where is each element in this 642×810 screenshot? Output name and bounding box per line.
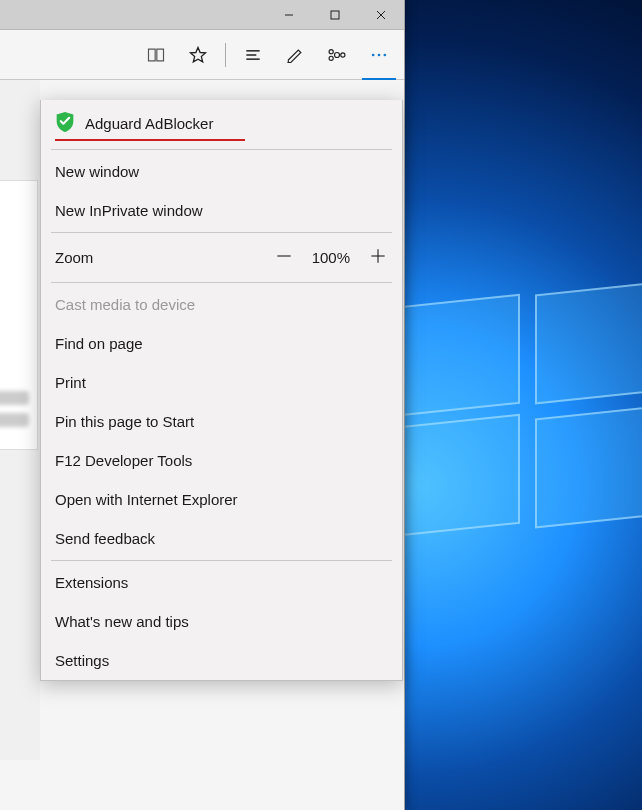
svg-point-13: [384, 53, 387, 56]
menu-pin[interactable]: Pin this page to Start: [41, 402, 402, 441]
menu-label: F12 Developer Tools: [55, 452, 192, 469]
menu-label: New InPrivate window: [55, 202, 203, 219]
menu-label: Open with Internet Explorer: [55, 491, 238, 508]
menu-zoom-row: Zoom 100%: [41, 235, 402, 280]
menu-label: What's new and tips: [55, 613, 189, 630]
svg-point-12: [378, 53, 381, 56]
more-icon[interactable]: [360, 35, 398, 75]
hub-icon[interactable]: [234, 35, 272, 75]
svg-rect-1: [331, 11, 339, 19]
webnote-icon[interactable]: [276, 35, 314, 75]
maximize-button[interactable]: [312, 0, 358, 30]
menu-label: Extensions: [55, 574, 128, 591]
menu-feedback[interactable]: Send feedback: [41, 519, 402, 558]
menu-label: Settings: [55, 652, 109, 669]
menu-label: Cast media to device: [55, 296, 195, 313]
svg-point-9: [329, 56, 333, 60]
titlebar: [0, 0, 404, 30]
svg-point-11: [372, 53, 375, 56]
menu-cast: Cast media to device: [41, 285, 402, 324]
svg-point-10: [341, 52, 345, 56]
toolbar: [0, 30, 404, 80]
menu-extension-item[interactable]: Adguard AdBlocker: [41, 100, 402, 147]
svg-point-8: [329, 49, 333, 53]
reading-view-icon[interactable]: [137, 35, 175, 75]
zoom-out-button[interactable]: [274, 246, 294, 269]
menu-separator: [51, 232, 392, 233]
menu-new-window[interactable]: New window: [41, 152, 402, 191]
menu-label: Print: [55, 374, 86, 391]
menu-separator: [51, 560, 392, 561]
menu-settings[interactable]: Settings: [41, 641, 402, 680]
menu-open-ie[interactable]: Open with Internet Explorer: [41, 480, 402, 519]
menu-separator: [51, 149, 392, 150]
menu-label: Send feedback: [55, 530, 155, 547]
menu-find[interactable]: Find on page: [41, 324, 402, 363]
zoom-label: Zoom: [55, 249, 93, 266]
favorites-icon[interactable]: [179, 35, 217, 75]
menu-separator: [51, 282, 392, 283]
menu-label: Pin this page to Start: [55, 413, 194, 430]
svg-point-7: [335, 52, 340, 57]
zoom-value: 100%: [312, 249, 350, 266]
close-button[interactable]: [358, 0, 404, 30]
menu-extensions[interactable]: Extensions: [41, 563, 402, 602]
windows-logo: [400, 300, 642, 540]
minimize-button[interactable]: [266, 0, 312, 30]
page-content-peek: [0, 80, 40, 760]
toolbar-divider: [225, 43, 226, 67]
extension-label: Adguard AdBlocker: [85, 115, 213, 132]
edge-browser-window: Adguard AdBlocker New window New InPriva…: [0, 0, 405, 810]
menu-label: Find on page: [55, 335, 143, 352]
menu-label: New window: [55, 163, 139, 180]
menu-whatsnew[interactable]: What's new and tips: [41, 602, 402, 641]
shield-icon: [55, 111, 75, 136]
zoom-in-button[interactable]: [368, 246, 388, 269]
more-menu-flyout: Adguard AdBlocker New window New InPriva…: [40, 100, 403, 681]
menu-new-inprivate[interactable]: New InPrivate window: [41, 191, 402, 230]
menu-devtools[interactable]: F12 Developer Tools: [41, 441, 402, 480]
highlight-underline: [55, 139, 245, 141]
menu-print[interactable]: Print: [41, 363, 402, 402]
share-icon[interactable]: [318, 35, 356, 75]
